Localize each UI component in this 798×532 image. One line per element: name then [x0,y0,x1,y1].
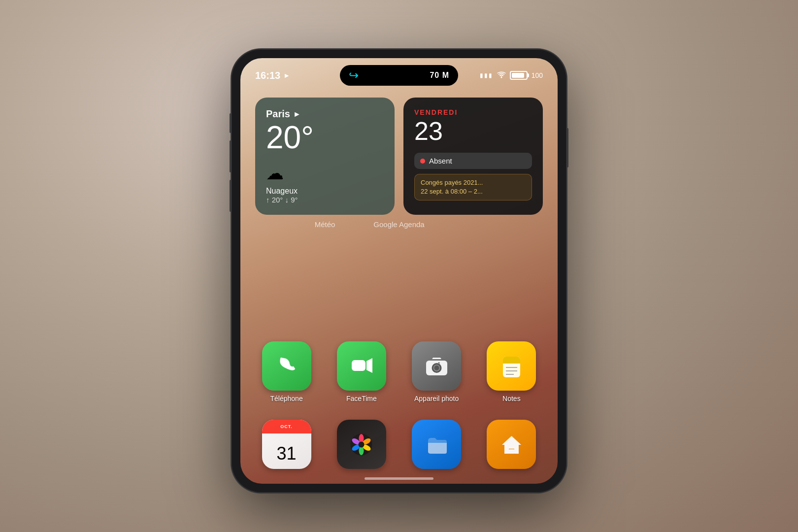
svg-marker-2 [366,358,372,373]
weather-temperature: 20° [266,122,384,153]
svg-point-15 [359,434,364,443]
calendar-widget-label: Google Agenda [373,220,424,229]
app-row-main: Téléphone FaceTime [253,341,545,402]
app-photos-wrap [328,420,395,469]
status-time: 16:13 ► [255,70,290,81]
navigation-icon: ↪ [349,68,359,82]
volume-up-button [230,140,232,172]
svg-point-18 [359,446,364,455]
app-camera-wrap: Appareil photo [403,341,470,402]
app-files-wrap [403,420,470,469]
weather-widget-label: Météo [315,220,335,229]
weather-range: ↑ 20° ↓ 9° [266,196,384,204]
signal-icon: ▮▮▮ [480,72,493,79]
battery-icon [510,71,528,80]
app-camera[interactable] [412,341,461,391]
app-facetime-label: FaceTime [346,395,377,402]
distance-display: 70 M [430,71,449,80]
iphone-screen: 16:13 ► ▮▮▮ [240,58,558,484]
app-notes[interactable] [487,341,536,391]
volume-down-button [230,180,232,212]
weather-location-icon: ► [293,110,301,119]
app-calendar[interactable]: OCT. 31 [262,420,311,469]
svg-point-7 [438,362,440,364]
app-files[interactable] [412,420,461,469]
calendar-event-conge: Congés payés 2021... 22 sept. à 08:00 – … [414,174,532,200]
scene: 16:13 ► ▮▮▮ [0,0,798,532]
calendar-widget[interactable]: VENDREDI 23 Absent Congés payés 2021... … [403,98,543,215]
conge-title: Congés payés 2021... [421,178,526,187]
time-display: 16:13 [255,70,280,81]
calendar-event-absent: Absent [414,153,532,169]
svg-rect-10 [503,360,520,364]
home-indicator [365,477,433,480]
svg-point-0 [500,76,502,78]
iphone-device: 16:13 ► ▮▮▮ [232,49,566,493]
status-right-icons: ▮▮▮ 100 [480,71,543,80]
location-arrow-icon: ► [283,71,290,79]
app-home[interactable] [487,420,536,469]
battery-level: 100 [532,71,543,79]
calendar-date: 23 [414,118,532,144]
dynamic-island[interactable]: ↪ 70 M [340,65,458,86]
power-button [566,128,568,167]
app-facetime-wrap: FaceTime [328,341,395,402]
svg-point-21 [359,441,365,447]
conge-detail: 22 sept. à 08:00 – 2... [421,187,526,196]
app-row-bottom: OCT. 31 [253,420,545,469]
app-phone-wrap: Téléphone [253,341,320,402]
app-calendar-wrap: OCT. 31 [253,420,320,469]
app-facetime[interactable] [337,341,386,391]
app-notes-label: Notes [502,395,521,402]
app-notes-wrap: Notes [478,341,545,402]
weather-widget[interactable]: Paris ► 20° ☁ Nuageux ↑ 20° ↓ 9° Météo [255,98,395,215]
app-phone-label: Téléphone [270,395,303,402]
event-absent-text: Absent [429,157,452,165]
svg-point-6 [434,366,439,370]
mute-button [230,113,232,133]
calendar-day-name: VENDREDI [414,108,532,116]
svg-rect-1 [352,360,366,371]
calendar-month-header: OCT. [262,420,311,433]
weather-city: Paris ► [266,108,384,120]
app-photos[interactable] [337,420,386,469]
app-home-wrap [478,420,545,469]
wifi-icon [497,71,506,80]
app-phone[interactable] [262,341,311,391]
widgets-container: Paris ► 20° ☁ Nuageux ↑ 20° ↓ 9° Météo V… [255,98,543,215]
weather-condition: Nuageux [266,187,384,196]
weather-cloud-icon: ☁ [266,163,384,184]
app-camera-label: Appareil photo [414,395,459,402]
svg-rect-23 [508,449,515,454]
calendar-day-number: 31 [262,443,311,464]
event-dot [420,159,425,164]
